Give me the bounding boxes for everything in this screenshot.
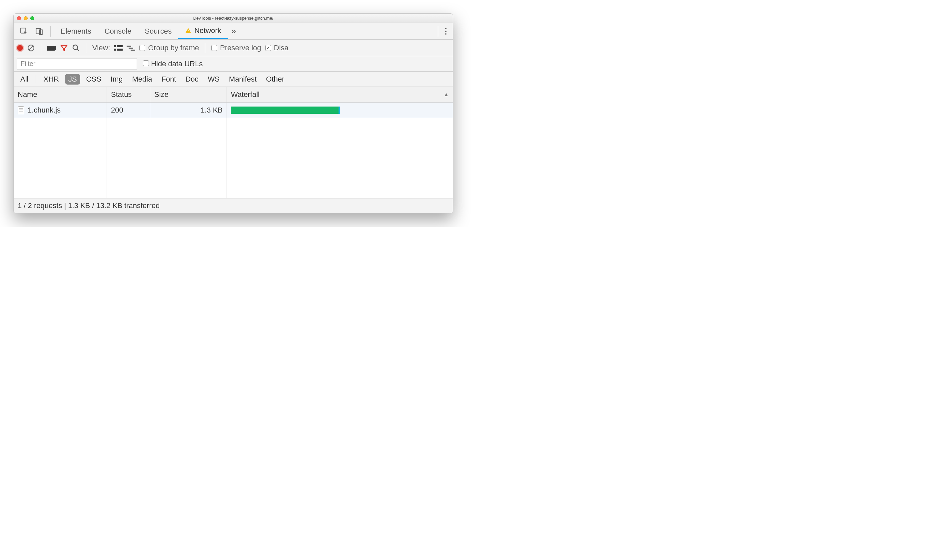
preserve-log-toggle[interactable]: Preserve log	[211, 44, 261, 52]
svg-rect-16	[129, 48, 133, 49]
preserve-log-label: Preserve log	[220, 44, 261, 52]
devtools-window: DevTools - react-lazy-suspense.glitch.me…	[13, 13, 453, 214]
tab-label: Elements	[61, 27, 91, 35]
svg-rect-4	[188, 32, 189, 32]
separator	[86, 43, 86, 53]
main-tabs: Elements Console Sources Network »	[14, 23, 453, 40]
kebab-menu-icon[interactable]	[441, 27, 450, 35]
tab-network[interactable]: Network	[178, 23, 228, 39]
disable-cache-toggle[interactable]: Disa	[265, 44, 288, 52]
inspect-element-icon[interactable]	[16, 27, 32, 35]
tab-label: Console	[105, 27, 132, 35]
type-css[interactable]: CSS	[83, 74, 105, 85]
tab-sources[interactable]: Sources	[138, 23, 178, 39]
col-name-header[interactable]: Name	[14, 87, 107, 103]
filter-icon[interactable]	[60, 44, 68, 52]
record-button[interactable]	[17, 45, 23, 51]
type-xhr[interactable]: XHR	[40, 74, 62, 85]
tab-elements[interactable]: Elements	[54, 23, 98, 39]
col-size-header[interactable]: Size	[150, 87, 227, 103]
requests-table: Name Status Size Waterfall ▲ 1.chunk.js …	[14, 87, 453, 198]
svg-rect-14	[117, 49, 123, 51]
network-toolbar: View: Group by frame Preserve log Disa	[14, 40, 453, 56]
svg-point-6	[445, 31, 447, 32]
col-status-header[interactable]: Status	[107, 87, 150, 103]
checkbox-icon	[143, 60, 149, 66]
type-manifest[interactable]: Manifest	[225, 74, 260, 85]
waterfall-bar	[231, 106, 340, 114]
warning-icon	[185, 27, 191, 34]
cell-name[interactable]: 1.chunk.js	[14, 103, 107, 118]
empty-cell	[227, 118, 453, 198]
tab-label: Network	[194, 26, 221, 35]
checkbox-icon	[139, 45, 145, 51]
separator	[438, 26, 438, 37]
col-waterfall-header[interactable]: Waterfall ▲	[227, 87, 453, 103]
file-icon	[18, 106, 24, 114]
zoom-window-icon[interactable]	[30, 16, 34, 20]
svg-rect-11	[114, 45, 116, 47]
svg-point-7	[445, 33, 447, 35]
disable-cache-label: Disa	[274, 44, 288, 52]
capture-screenshots-icon[interactable]	[47, 45, 56, 51]
group-by-frame-label: Group by frame	[148, 44, 199, 52]
request-type-filter: All XHR JS CSS Img Media Font Doc WS Man…	[14, 72, 453, 87]
svg-rect-17	[131, 49, 135, 51]
svg-rect-1	[36, 28, 40, 34]
device-toggle-icon[interactable]	[32, 27, 47, 35]
large-rows-icon[interactable]	[114, 45, 123, 51]
sort-asc-icon: ▲	[444, 92, 449, 98]
separator	[50, 26, 51, 37]
traffic-lights	[17, 16, 34, 20]
separator	[35, 75, 36, 83]
type-img[interactable]: Img	[107, 74, 126, 85]
svg-point-5	[445, 28, 447, 29]
checkbox-icon	[265, 45, 271, 51]
close-window-icon[interactable]	[17, 16, 21, 20]
cell-size[interactable]: 1.3 KB	[150, 103, 227, 118]
tab-console[interactable]: Console	[98, 23, 138, 39]
svg-rect-15	[126, 46, 131, 47]
hide-data-urls-toggle[interactable]: Hide data URLs	[143, 60, 203, 68]
svg-rect-9	[47, 46, 55, 51]
svg-rect-13	[114, 49, 116, 51]
overview-icon[interactable]	[126, 45, 135, 51]
hide-data-urls-label: Hide data URLs	[151, 60, 203, 68]
separator	[205, 43, 205, 53]
cell-waterfall[interactable]	[227, 103, 453, 118]
type-other[interactable]: Other	[262, 74, 288, 85]
status-text: 1 / 2 requests | 1.3 KB / 13.2 KB transf…	[18, 202, 160, 210]
window-title: DevTools - react-lazy-suspense.glitch.me…	[14, 15, 453, 21]
checkbox-icon	[211, 45, 217, 51]
type-ws[interactable]: WS	[205, 74, 223, 85]
col-waterfall-label: Waterfall	[231, 90, 259, 99]
svg-rect-12	[117, 45, 123, 47]
empty-cell	[150, 118, 227, 198]
type-all[interactable]: All	[17, 74, 32, 85]
minimize-window-icon[interactable]	[24, 16, 28, 20]
request-name: 1.chunk.js	[28, 106, 61, 115]
group-by-frame-toggle[interactable]: Group by frame	[139, 44, 199, 52]
type-js[interactable]: JS	[65, 74, 80, 85]
type-font[interactable]: Font	[158, 74, 179, 85]
more-tabs-icon[interactable]: »	[228, 26, 239, 36]
search-icon[interactable]	[72, 44, 80, 52]
empty-cell	[107, 118, 150, 198]
tab-label: Sources	[145, 27, 172, 35]
filter-bar: Hide data URLs	[14, 56, 453, 72]
view-label: View:	[92, 44, 110, 52]
svg-rect-3	[188, 30, 189, 31]
empty-cell	[14, 118, 107, 198]
cell-status[interactable]: 200	[107, 103, 150, 118]
status-bar: 1 / 2 requests | 1.3 KB / 13.2 KB transf…	[14, 198, 453, 213]
svg-point-10	[73, 45, 78, 49]
clear-icon[interactable]	[27, 44, 35, 52]
filter-input[interactable]	[17, 58, 137, 69]
type-media[interactable]: Media	[129, 74, 156, 85]
titlebar: DevTools - react-lazy-suspense.glitch.me…	[14, 14, 453, 23]
type-doc[interactable]: Doc	[182, 74, 202, 85]
